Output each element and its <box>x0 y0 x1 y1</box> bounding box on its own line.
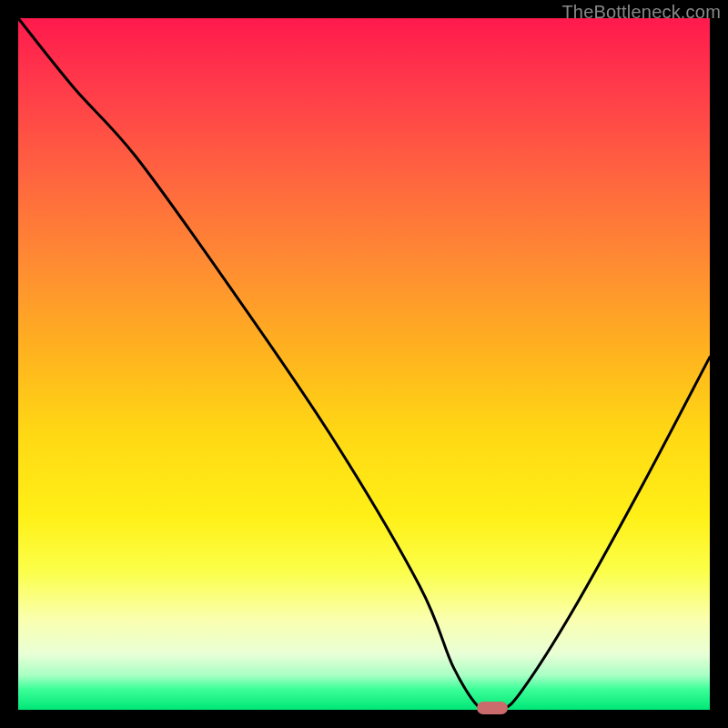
chart-frame: TheBottleneck.com <box>0 0 728 728</box>
optimal-marker <box>477 702 508 714</box>
curve-svg <box>18 18 710 710</box>
plot-area <box>18 18 710 710</box>
bottleneck-curve <box>18 18 710 713</box>
